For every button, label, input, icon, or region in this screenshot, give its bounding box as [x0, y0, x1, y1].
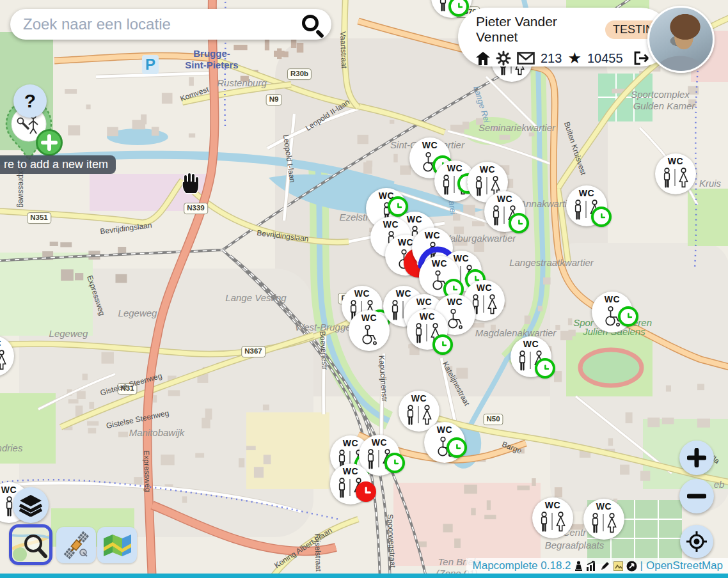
help-button[interactable]: ?	[13, 84, 47, 118]
wc-marker[interactable]: WC	[349, 310, 390, 351]
road-shield: N351	[27, 212, 51, 224]
style-satellite-button[interactable]	[56, 527, 96, 563]
map-label: Kruis	[699, 178, 721, 188]
theme-image-icon[interactable]	[613, 561, 623, 571]
opening-hours-badge[interactable]	[432, 334, 453, 355]
map-label: Gistelse Steenweg	[106, 409, 170, 430]
road-shield: R30b	[287, 68, 312, 80]
wc-marker[interactable]: WC	[655, 153, 696, 194]
star-icon[interactable]: ★	[567, 51, 582, 66]
wc-label: WC	[523, 340, 539, 348]
wc-label: WC	[425, 231, 440, 240]
map-label: Spoorwegstraat	[386, 514, 397, 568]
wc-label: WC	[477, 283, 492, 292]
settings-gear-icon[interactable]	[496, 51, 511, 66]
map-label: Sportcomplex	[631, 90, 690, 99]
map-label: Sint-Pieters	[185, 60, 238, 70]
messages-icon[interactable]	[517, 52, 535, 65]
map-label: eb	[714, 480, 725, 489]
hand-cursor-icon	[178, 170, 202, 197]
app-version-link[interactable]: Mapcomplete 0.18.2	[473, 559, 571, 572]
opening-hours-badge[interactable]	[447, 437, 467, 458]
wc-marker[interactable]: WC	[583, 499, 624, 540]
logout-icon[interactable]	[633, 51, 649, 66]
map-label: Begraafplaats	[545, 540, 605, 550]
wc-label: WC	[447, 164, 463, 173]
marker-layer: R30N50N31N367N351N339N376R30bN9Sint-Piet…	[0, 0, 728, 578]
search-icon[interactable]	[302, 15, 319, 31]
map-label: Bevrijdingslaan	[257, 229, 309, 243]
map-label: Rustenburg	[217, 78, 267, 88]
opening-hours-badge[interactable]	[509, 213, 529, 233]
wc-label: WC	[480, 165, 495, 174]
add-plus-icon[interactable]	[36, 129, 63, 156]
wc-label: WC	[437, 425, 452, 434]
map-label: West-Brugge	[295, 322, 351, 332]
toilet-pictograms	[661, 166, 690, 189]
statistics-icon[interactable]	[574, 561, 583, 572]
chart-icon[interactable]	[586, 561, 597, 571]
wc-label: WC	[454, 254, 469, 263]
wc-label: WC	[416, 297, 432, 306]
stars-count: 10455	[587, 51, 623, 66]
wc-label: WC	[605, 295, 620, 304]
map-label: Katelijnestraat	[441, 361, 471, 407]
wc-label: WC	[668, 157, 683, 166]
wc-label: WC	[596, 502, 612, 511]
map-label: Boeveriestr	[319, 331, 329, 370]
wc-label: WC	[420, 312, 435, 321]
map-label: Komvest	[179, 85, 210, 102]
map-label: Vaartstraat	[339, 31, 348, 68]
wc-label: WC	[432, 259, 447, 268]
search-input[interactable]	[10, 15, 299, 33]
wc-marker[interactable]: WC	[532, 497, 573, 538]
style-osm-carto-button[interactable]	[9, 524, 52, 565]
wc-label: WC	[579, 189, 594, 198]
wc-label: WC	[398, 238, 413, 247]
home-icon[interactable]	[476, 52, 490, 65]
map-label: ndries	[0, 443, 22, 453]
road-shield: N367	[241, 346, 265, 357]
opening-hours-badge[interactable]	[591, 207, 612, 227]
wc-marker[interactable]: WC	[0, 336, 14, 377]
wc-label: WC	[396, 289, 411, 298]
map-label: Legeweg	[49, 329, 88, 338]
wc-label: WC	[354, 289, 370, 298]
wc-label: WC	[383, 220, 399, 229]
map-label: Lange Vesting	[225, 293, 286, 302]
opening-hours-badge[interactable]	[535, 358, 555, 379]
toilet-pictograms	[405, 403, 433, 426]
zoom-out-button[interactable]	[679, 479, 714, 513]
opening-hours-badge[interactable]	[384, 453, 405, 473]
wc-label: WC	[372, 438, 387, 447]
map-label: Barge	[501, 440, 523, 455]
locate-button[interactable]	[680, 525, 713, 558]
osm-circle-icon[interactable]	[626, 561, 637, 572]
wc-label: WC	[343, 439, 358, 448]
layers-button[interactable]	[13, 487, 49, 523]
wc-label: WC	[1, 485, 17, 494]
wc-label: WC	[343, 467, 358, 476]
opening-hours-badge[interactable]	[618, 306, 638, 327]
user-avatar[interactable]	[647, 6, 715, 73]
add-item-tooltip: re to add a new item	[0, 155, 116, 174]
road-shield: N31	[117, 383, 137, 394]
map-label: Rijselstraat	[313, 533, 322, 572]
attribution-bar: Mapcomplete 0.18.2 | OpenStreetMap	[466, 558, 728, 574]
road-shield: N50	[483, 414, 503, 425]
map-label: Leopold I-laan	[282, 134, 296, 184]
toilet-pictograms	[539, 510, 567, 533]
wc-label: WC	[411, 394, 427, 403]
edit-pencil-icon[interactable]	[600, 561, 610, 571]
messages-count: 213	[541, 51, 562, 66]
openstreetmap-link[interactable]: OpenStreetMap	[646, 559, 723, 572]
toilet-pictograms	[590, 512, 618, 534]
attribution-separator: |	[640, 559, 643, 572]
wc-label: WC	[407, 215, 422, 224]
style-folded-map-button[interactable]	[97, 527, 137, 563]
map-label: Buiten Kruisvest	[563, 121, 587, 176]
zoom-in-button[interactable]	[679, 441, 714, 475]
opening-hours-badge[interactable]	[356, 481, 376, 502]
wc-label: WC	[361, 313, 377, 322]
map[interactable]: P R30N50N31N367N351N339N376R30bN9Sint-Pi…	[0, 0, 728, 578]
